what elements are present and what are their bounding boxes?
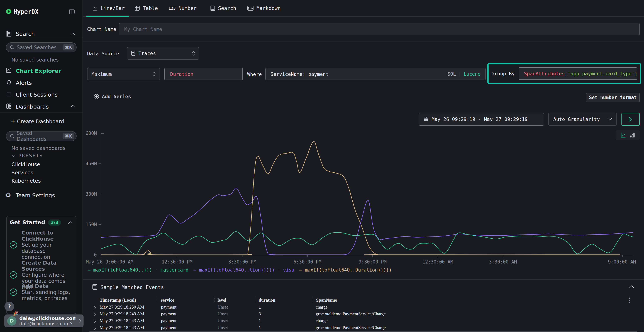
get-started-header[interactable]: Get Started 3/3 [10, 219, 72, 226]
where-input[interactable]: ServiceName: payment SQL | Lucene [266, 68, 486, 80]
sidebar-item-client-sessions[interactable]: Client Sessions [16, 92, 58, 98]
tab-line-bar[interactable]: Line/Bar [86, 0, 130, 16]
group-by-close: ] [634, 71, 637, 76]
table-row[interactable]: May 27 9:29:18.243 AM payment Unset 1 ch… [83, 318, 644, 325]
run-query-button[interactable] [622, 113, 640, 126]
tab-markdown[interactable]: Markdown [242, 0, 286, 16]
play-icon [629, 117, 632, 122]
granularity-value: Auto Granularity [553, 116, 608, 122]
cell-level: Unset [218, 325, 228, 330]
legend-item-visa[interactable]: — maxIf(toFloat64O..tion))))) · visa [194, 267, 294, 272]
table-row[interactable]: May 27 9:29:18.249 AM payment Unset 3 gr… [83, 312, 644, 318]
col-service[interactable]: service [161, 298, 174, 303]
preset-clickhouse[interactable]: ClickHouse [12, 161, 40, 168]
hyperdx-logo-icon [6, 8, 12, 14]
add-series-label: Add Series [102, 94, 131, 99]
sidebar-item-alerts[interactable]: Alerts [16, 80, 32, 86]
shortcut-badge: ⌘K [62, 44, 74, 50]
y-tick-label: 600M [86, 130, 97, 136]
presets-label[interactable]: PRESETS [18, 153, 43, 158]
column-separator[interactable] [214, 297, 215, 303]
plus-circle-icon [94, 94, 99, 99]
add-series-button[interactable]: Add Series [94, 94, 131, 99]
legend-item-empty[interactable]: — maxIf(toFloat64O..Duration))))) · [299, 267, 400, 272]
get-started-badge: 3/3 [48, 220, 61, 226]
chart-name-input[interactable] [119, 23, 640, 36]
sidebar-item-team-settings[interactable]: Team Settings [16, 192, 55, 198]
get-started-item[interactable]: Add Data Start sending logs, metrics, or… [10, 283, 71, 301]
chevron-up-icon[interactable] [68, 221, 72, 224]
legend-item-mastercard[interactable]: — maxIf(toFloat64O..))) · mastercard [88, 267, 188, 272]
chevron-up-icon[interactable] [70, 105, 75, 108]
kebab-menu-icon[interactable] [628, 297, 630, 304]
cell-service: payment [161, 305, 176, 310]
search-icon [10, 134, 14, 138]
tab-label: Line/Bar [100, 5, 125, 11]
user-email: dale@clickhouse.com [19, 316, 76, 321]
preset-services[interactable]: Services [12, 170, 33, 176]
number-icon: 123 [168, 6, 176, 10]
cell-service: payment [161, 325, 176, 330]
bell-icon [6, 80, 12, 86]
gear-icon: ⚙︎ [5, 191, 11, 199]
expand-row-icon[interactable] [94, 306, 96, 310]
tab-search[interactable]: Search [205, 0, 242, 16]
sidebar-item-chart-explorer[interactable]: Chart Explorer [16, 68, 61, 74]
sidebar-divider [0, 112, 82, 113]
line-chart-icon [92, 6, 98, 11]
get-started-item[interactable]: Connect to ClickHouse Set up your databa… [10, 230, 71, 260]
y-tick-label: 300M [86, 192, 97, 197]
col-duration[interactable]: duration [259, 298, 275, 303]
cell-timestamp: May 27 9:29:18.243 AM [100, 325, 144, 330]
preset-kubernetes[interactable]: Kubernetes [12, 178, 41, 184]
timeseries-chart[interactable]: 600M450M300M150M0May 26 9:00:00 AM12:30:… [101, 133, 633, 255]
data-source-label: Data Source [87, 51, 119, 56]
chevron-up-icon[interactable] [629, 285, 634, 288]
granularity-select[interactable]: Auto Granularity [548, 113, 617, 126]
no-saved-searches-text: No saved searches [12, 57, 59, 63]
y-tick-label: 0 [94, 252, 97, 258]
date-range-picker[interactable]: May 26 09:29:19 - May 27 09:29:19 [419, 113, 544, 126]
group-by-string: 'app.payment.card_type' [568, 71, 634, 76]
tab-number[interactable]: 123 Number [163, 0, 202, 16]
lucene-toggle[interactable]: Lucene [464, 71, 480, 77]
field-input[interactable]: Duration [164, 68, 243, 80]
group-by-label: Group By [492, 71, 515, 76]
user-menu[interactable]: D dale@clickhouse.com dale@clickhouse.co… [4, 314, 84, 327]
sidebar-item-dashboards[interactable]: Dashboards [16, 104, 49, 110]
x-tick-label: 12:30:00 AM [422, 259, 453, 264]
expand-row-icon[interactable] [94, 326, 96, 330]
col-timestamp[interactable]: Timestamp (Local) [100, 298, 136, 303]
column-separator[interactable] [255, 297, 255, 303]
sidebar-item-search[interactable]: Search [16, 30, 35, 37]
panel-divider [83, 280, 644, 280]
saved-searches-input[interactable]: Saved Searches ⌘K [6, 42, 76, 52]
aggregation-select[interactable]: Maximum [87, 68, 160, 80]
create-dashboard-button[interactable]: Create Dashboard [17, 118, 64, 124]
x-tick-label: 12:30:00 PM [162, 259, 192, 264]
collapse-sidebar-icon[interactable] [69, 9, 75, 14]
column-separator[interactable] [312, 297, 312, 303]
tab-table[interactable]: Table [129, 0, 163, 16]
table-row[interactable]: May 27 9:29:18.250 AM payment Unset 1 ch… [83, 305, 644, 312]
column-separator[interactable] [157, 297, 157, 303]
group-by-open: [ [565, 71, 568, 76]
get-started-title: Get Started [10, 219, 45, 226]
chart-legend: — maxIf(toFloat64O..))) · mastercard — m… [88, 267, 400, 272]
saved-dashboards-input[interactable]: Saved Dashboards ⌘K [6, 131, 76, 141]
chevron-down-icon[interactable] [12, 154, 16, 157]
expand-row-icon[interactable] [94, 312, 96, 316]
col-spanname[interactable]: SpanName [316, 298, 337, 303]
group-by-highlight: Group By SpanAttributes['app.payment.car… [487, 63, 641, 84]
y-tick-label: 150M [86, 222, 97, 227]
help-button[interactable]: ? [4, 302, 14, 311]
data-source-select[interactable]: Traces [127, 47, 199, 60]
horizontal-scrollbar[interactable] [90, 331, 637, 332]
chevron-up-icon[interactable] [70, 32, 75, 35]
expand-row-icon[interactable] [94, 319, 96, 323]
group-by-input[interactable]: SpanAttributes['app.payment.card_type'] [518, 67, 637, 80]
col-level[interactable]: level [218, 298, 226, 303]
sql-toggle[interactable]: SQL [448, 71, 456, 77]
events-table-header: Timestamp (Local) service level duration… [83, 297, 644, 304]
set-number-format-button[interactable]: Set number format [586, 93, 640, 102]
